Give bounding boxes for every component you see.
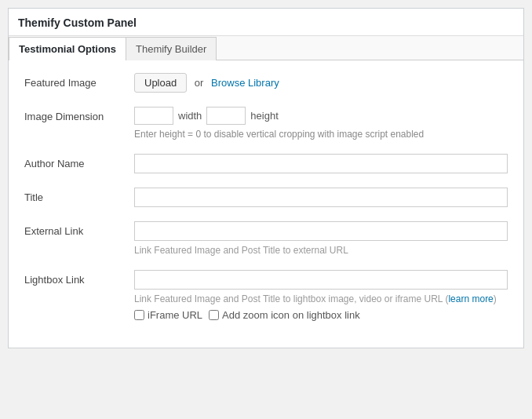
author-name-label: Author Name	[24, 154, 134, 169]
lightbox-link-label: Lightbox Link	[24, 270, 134, 286]
dimension-hint: Enter height = 0 to disable vertical cro…	[134, 129, 508, 140]
height-label: height	[250, 110, 278, 122]
image-dimension-control: width height Enter height = 0 to disable…	[134, 107, 508, 140]
zoom-icon-checkbox-item: Add zoom icon on lightbox link	[209, 309, 360, 321]
image-dimension-label: Image Dimension	[24, 107, 134, 122]
author-name-control	[134, 154, 508, 173]
form-row-title: Title	[24, 188, 508, 207]
zoom-icon-label: Add zoom icon on lightbox link	[222, 309, 360, 321]
lightbox-link-hint: Link Featured Image and Post Title to li…	[134, 293, 508, 304]
form-row-image-dimension: Image Dimension width height Enter heigh…	[24, 107, 508, 140]
external-link-control: Link Featured Image and Post Title to ex…	[134, 221, 508, 256]
external-link-input[interactable]	[134, 221, 508, 241]
iframe-url-checkbox-item: iFrame URL	[134, 309, 202, 321]
height-input[interactable]	[206, 107, 246, 125]
iframe-url-label: iFrame URL	[148, 309, 202, 321]
or-text: or	[195, 77, 204, 89]
width-label: width	[178, 110, 202, 122]
tab-testimonial-options[interactable]: Testimonial Options	[9, 37, 126, 60]
learn-more-link[interactable]: learn more	[448, 293, 493, 304]
upload-button[interactable]: Upload	[134, 73, 187, 93]
title-input[interactable]	[134, 188, 508, 207]
form-row-external-link: External Link Link Featured Image and Po…	[24, 221, 508, 256]
external-link-label: External Link	[24, 221, 134, 237]
form-row-featured-image: Featured Image Upload or Browse Library	[24, 73, 508, 93]
iframe-url-checkbox[interactable]	[134, 310, 144, 320]
external-link-hint: Link Featured Image and Post Title to ex…	[134, 245, 508, 256]
lightbox-link-control: Link Featured Image and Post Title to li…	[134, 270, 508, 321]
panel-container: Themify Custom Panel Testimonial Options…	[8, 8, 524, 348]
featured-image-label: Featured Image	[24, 73, 134, 89]
lightbox-link-input[interactable]	[134, 270, 508, 290]
zoom-icon-checkbox[interactable]	[209, 310, 219, 320]
width-input[interactable]	[134, 107, 173, 125]
form-row-lightbox-link: Lightbox Link Link Featured Image and Po…	[24, 270, 508, 321]
tab-content-testimonial-options: Featured Image Upload or Browse Library …	[9, 60, 523, 348]
title-control	[134, 188, 508, 207]
form-row-author-name: Author Name	[24, 154, 508, 173]
featured-image-control: Upload or Browse Library	[134, 73, 508, 93]
dimension-inputs: width height	[134, 107, 508, 125]
author-name-input[interactable]	[134, 154, 508, 173]
browse-library-link[interactable]: Browse Library	[211, 77, 279, 89]
tabs-bar: Testimonial Options Themify Builder	[9, 36, 523, 60]
panel-title: Themify Custom Panel	[9, 9, 523, 36]
title-label: Title	[24, 188, 134, 203]
lightbox-checkboxes: iFrame URL Add zoom icon on lightbox lin…	[134, 309, 508, 321]
tab-themify-builder[interactable]: Themify Builder	[126, 37, 217, 60]
